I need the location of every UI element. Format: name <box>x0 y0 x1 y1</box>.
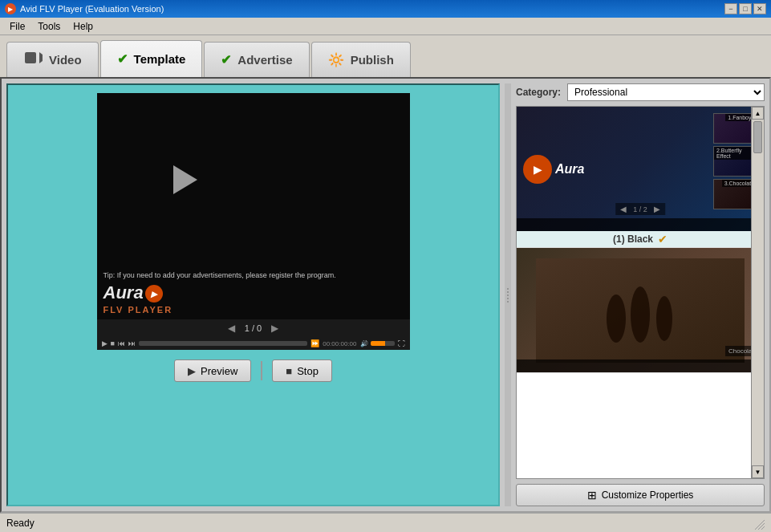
tab-advertise[interactable]: ✔ Advertise <box>204 42 309 77</box>
template-item-2[interactable]: Chocolate <box>517 248 764 373</box>
scroll-track-area <box>752 155 764 465</box>
tab-advertise-label: Advertise <box>237 53 292 67</box>
app-icon: ▶ <box>5 3 16 14</box>
svg-marker-1 <box>39 52 43 63</box>
customize-icon: ⊞ <box>587 489 597 502</box>
next-button[interactable]: ⏭ <box>128 339 136 347</box>
right-panel: Category: Professional Standard Basic Pr… <box>516 83 765 506</box>
menu-bar: File Tools Help <box>0 18 771 35</box>
volume-area: 🔊 <box>360 340 395 347</box>
status-bar: Ready <box>0 513 771 532</box>
tab-template[interactable]: ✔ Template <box>100 40 203 77</box>
svg-point-5 <box>631 286 650 343</box>
flv-player-label: FLV PLAYER <box>103 305 404 315</box>
volume-bar[interactable] <box>371 341 395 346</box>
template-tab-icon: ✔ <box>117 51 128 67</box>
action-buttons: ▶ Preview ■ Stop <box>174 359 332 382</box>
stop-ctrl-button[interactable]: ■ <box>111 339 115 347</box>
aura-logo: Aura <box>103 282 164 303</box>
stop-icon: ■ <box>286 365 292 377</box>
splitter-dot-3 <box>507 294 509 296</box>
menu-tools[interactable]: Tools <box>31 19 67 34</box>
customize-properties-button[interactable]: ⊞ Customize Properties <box>516 484 765 506</box>
category-label: Category: <box>516 87 561 98</box>
play-button[interactable]: ▶ <box>102 339 108 347</box>
aura-circle-icon <box>145 285 163 303</box>
status-text: Ready <box>6 518 34 529</box>
publish-tab-icon: 🔆 <box>328 52 344 67</box>
splitter-dot-1 <box>507 288 509 290</box>
maximize-button[interactable]: □ <box>739 3 752 14</box>
video-area: Tip: If you need to add your advertiseme… <box>97 93 410 350</box>
minimize-button[interactable]: − <box>724 3 737 14</box>
template-item-1[interactable]: ▶ Aura 1.Fanboys 2.Butterfly Effect <box>517 107 764 248</box>
category-select[interactable]: Professional Standard Basic Premium <box>567 83 765 101</box>
thumb2-scene <box>536 258 745 363</box>
splitter-dot-4 <box>507 298 509 299</box>
video-tab-icon <box>23 48 43 71</box>
main-content: Tip: If you need to add your advertiseme… <box>0 77 771 513</box>
scroll-thumb[interactable] <box>753 121 762 153</box>
preview-button[interactable]: ▶ Preview <box>174 359 251 382</box>
template-list[interactable]: ▶ Aura 1.Fanboys 2.Butterfly Effect <box>516 106 765 479</box>
template-thumb-1: ▶ Aura 1.Fanboys 2.Butterfly Effect <box>517 107 764 231</box>
splitter-dot-2 <box>507 291 509 293</box>
thumb-controls <box>517 218 764 231</box>
tab-publish-label: Publish <box>351 53 394 67</box>
scroll-up-button[interactable]: ▲ <box>752 107 764 120</box>
nav-counter: 1 / 0 <box>245 323 262 333</box>
nav-next-icon[interactable]: ▶ <box>271 323 278 334</box>
stop-label: Stop <box>297 365 319 377</box>
menu-help[interactable]: Help <box>67 19 99 34</box>
play-indicator-icon <box>173 165 197 194</box>
controls-row: ▶ ■ ⏮ ⏭ ⏩ 00:00:00:00 🔊 ⛶ <box>97 337 410 350</box>
tab-video-label: Video <box>49 53 82 67</box>
tab-video[interactable]: Video <box>6 42 99 77</box>
tip-text: Tip: If you need to add your advertiseme… <box>103 271 404 279</box>
player-panel: Tip: If you need to add your advertiseme… <box>6 83 500 506</box>
splitter-dot-5 <box>507 301 509 303</box>
time-display: 00:00:00:00 <box>323 340 356 347</box>
video-top <box>97 93 410 266</box>
template-1-name: (1) Black <box>613 234 653 245</box>
menu-file[interactable]: File <box>3 19 31 34</box>
close-button[interactable]: ✕ <box>753 3 766 14</box>
tab-bar: Video ✔ Template ✔ Advertise 🔆 Publish <box>0 35 771 77</box>
template-selected-icon: ✔ <box>658 233 668 246</box>
svg-rect-0 <box>25 52 36 63</box>
forward-button[interactable]: ⏩ <box>310 339 319 347</box>
volume-icon[interactable]: 🔊 <box>360 340 368 347</box>
vertical-splitter[interactable] <box>505 83 511 506</box>
thumb2-controls <box>517 359 764 372</box>
template-name-row-1: (1) Black ✔ <box>517 231 764 247</box>
fullscreen-button[interactable]: ⛶ <box>398 339 405 347</box>
stop-button[interactable]: ■ Stop <box>272 359 332 382</box>
thumb-aura-text: Aura <box>555 162 584 177</box>
title-bar: ▶ Avid FLV Player (Evaluation Version) −… <box>0 0 771 18</box>
svg-point-4 <box>607 294 626 343</box>
thumb-aura-logo: ▶ Aura <box>523 155 584 184</box>
svg-point-6 <box>656 296 672 341</box>
customize-label: Customize Properties <box>602 489 694 501</box>
svg-line-8 <box>758 523 765 530</box>
preview-icon: ▶ <box>188 365 196 377</box>
title-bar-left: ▶ Avid FLV Player (Evaluation Version) <box>5 3 164 14</box>
scrollbar[interactable]: ▲ ▼ <box>751 107 764 478</box>
tab-publish[interactable]: 🔆 Publish <box>311 42 411 77</box>
thumb-nav: ◀ 1 / 2 ▶ <box>615 203 665 215</box>
video-main[interactable] <box>97 93 274 266</box>
category-row: Category: Professional Standard Basic Pr… <box>516 83 765 101</box>
progress-bar[interactable] <box>139 341 307 346</box>
button-separator <box>261 361 262 380</box>
nav-prev-icon[interactable]: ◀ <box>228 323 235 334</box>
resize-grip[interactable] <box>752 517 765 530</box>
content-row: Tip: If you need to add your advertiseme… <box>6 83 765 506</box>
nav-row: ◀ 1 / 0 ▶ <box>97 319 410 337</box>
window-title: Avid FLV Player (Evaluation Version) <box>20 4 164 14</box>
branding-area: Tip: If you need to add your advertiseme… <box>97 266 410 319</box>
advertise-tab-icon: ✔ <box>221 52 231 67</box>
prev-button[interactable]: ⏮ <box>118 339 125 347</box>
scroll-down-button[interactable]: ▼ <box>752 465 764 478</box>
window-controls[interactable]: − □ ✕ <box>724 3 766 14</box>
tab-template-label: Template <box>134 52 186 66</box>
